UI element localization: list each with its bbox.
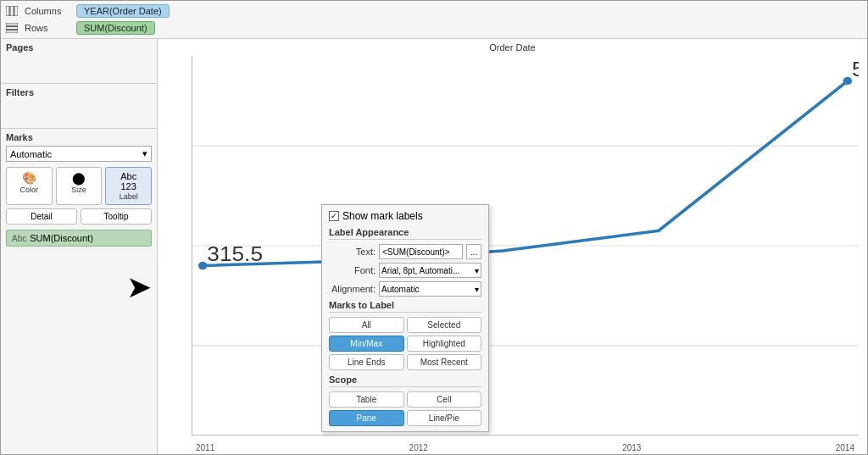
rows-icon: [4, 22, 19, 34]
abc-icon: Abc: [12, 234, 26, 243]
top-bar: Columns YEAR(Order Date) Rows SUM(Discou…: [1, 1, 867, 39]
show-labels-checkbox[interactable]: ✓: [329, 211, 339, 221]
size-label: Size: [71, 186, 86, 194]
show-labels-row: ✓ Show mark labels: [329, 210, 481, 222]
label-appearance-title: Label Appearance: [329, 227, 481, 240]
marks-row2: Detail Tooltip: [6, 208, 152, 225]
line-pie-button[interactable]: Line/Pie: [407, 410, 482, 426]
sidebar: Pages Filters Marks Automatic ▾ 🎨 Color: [1, 39, 158, 454]
minmax-button[interactable]: Min/Max: [329, 336, 404, 352]
x-label-2012: 2012: [409, 443, 428, 452]
label-button[interactable]: Abc123 Label: [105, 167, 152, 205]
svg-point-12: [843, 77, 852, 85]
columns-label: Columns: [25, 6, 71, 16]
label-icon: Abc123: [120, 171, 136, 191]
chart-plot-area: 500 400 315.5 519.4 2011 2: [192, 56, 859, 436]
all-button[interactable]: All: [329, 317, 404, 333]
label-popup: ✓ Show mark labels Label Appearance Text…: [321, 204, 489, 432]
line-ends-button[interactable]: Line Ends: [329, 354, 404, 370]
alignment-select[interactable]: Automatic ▾: [379, 281, 481, 297]
show-labels-text: Show mark labels: [342, 210, 423, 222]
sum-discount-pill[interactable]: Abc SUM(Discount): [6, 230, 152, 247]
marks-section: Marks Automatic ▾ 🎨 Color ⬤ Size Abc1: [1, 129, 157, 454]
alignment-field-label: Alignment:: [329, 284, 376, 294]
detail-button[interactable]: Detail: [6, 208, 77, 225]
chevron-alignment-icon: ▾: [475, 285, 479, 294]
table-button[interactable]: Table: [329, 391, 404, 408]
marks-buttons-row: 🎨 Color ⬤ Size Abc123 Label: [6, 167, 152, 205]
pages-title: Pages: [6, 42, 152, 53]
scope-grid: Table Cell Pane Line/Pie: [329, 391, 481, 426]
columns-shelf: Columns YEAR(Order Date): [4, 3, 864, 19]
font-field-label: Font:: [329, 265, 376, 275]
filters-section: Filters: [1, 84, 157, 129]
scope-title: Scope: [329, 375, 481, 387]
pane-button[interactable]: Pane: [329, 410, 404, 426]
rows-pill[interactable]: SUM(Discount): [76, 21, 155, 35]
font-select[interactable]: Arial, 8pt, Automati... ▾: [379, 263, 481, 278]
text-field-label: Text:: [329, 247, 376, 257]
color-label: Color: [20, 186, 39, 194]
most-recent-button[interactable]: Most Recent: [407, 354, 482, 370]
x-axis: 2011 2012 2013 2014: [192, 443, 859, 452]
main-container: Columns YEAR(Order Date) Rows SUM(Discou…: [0, 0, 868, 455]
marks-to-label-title: Marks to Label: [329, 300, 481, 313]
alignment-field-row: Alignment: Automatic ▾: [329, 281, 481, 297]
size-button[interactable]: ⬤ Size: [56, 167, 103, 205]
chart-area: ✓ Show mark labels Label Appearance Text…: [158, 39, 867, 454]
text-input[interactable]: <SUM(Discount)>: [379, 244, 463, 259]
columns-pill[interactable]: YEAR(Order Date): [76, 4, 170, 18]
svg-text:519.4: 519.4: [852, 58, 859, 80]
rows-shelf: Rows SUM(Discount): [4, 19, 864, 36]
tooltip-button[interactable]: Tooltip: [81, 208, 152, 225]
content-area: Pages Filters Marks Automatic ▾ 🎨 Color: [1, 39, 867, 454]
x-label-2013: 2013: [622, 443, 641, 452]
pages-content: [6, 54, 152, 80]
x-label-2011: 2011: [196, 443, 214, 452]
line-chart-svg: 500 400 315.5 519.4: [192, 56, 859, 436]
columns-icon: [4, 5, 19, 17]
sum-discount-label: SUM(Discount): [30, 233, 93, 243]
scope-section: Scope Table Cell Pane Line/Pie: [329, 375, 481, 426]
arrow-area: ➤: [6, 247, 152, 302]
text-field-row: Text: <SUM(Discount)> ...: [329, 244, 481, 259]
text-edit-button[interactable]: ...: [466, 244, 481, 259]
svg-rect-0: [6, 6, 9, 16]
svg-rect-5: [6, 31, 18, 33]
font-field-row: Font: Arial, 8pt, Automati... ▾: [329, 263, 481, 278]
marks-title: Marks: [6, 132, 152, 142]
svg-text:315.5: 315.5: [207, 242, 263, 264]
label-label: Label: [120, 192, 138, 201]
x-label-2014: 2014: [836, 443, 854, 452]
svg-point-11: [198, 262, 207, 269]
color-button[interactable]: 🎨 Color: [6, 167, 53, 205]
marks-to-label-section: Marks to Label All Selected Min/Max High…: [329, 300, 481, 370]
svg-rect-1: [10, 6, 14, 16]
svg-rect-2: [14, 6, 18, 16]
highlighted-button[interactable]: Highlighted: [407, 336, 482, 352]
rows-label: Rows: [25, 23, 71, 33]
chart-title: Order Date: [158, 39, 867, 53]
chevron-font-icon: ▾: [475, 266, 479, 275]
filters-title: Filters: [6, 87, 152, 97]
marks-type-value: Automatic: [10, 149, 52, 159]
marks-type-dropdown[interactable]: Automatic ▾: [6, 146, 152, 162]
marks-to-label-grid: All Selected Min/Max Highlighted Line En…: [329, 317, 481, 370]
cell-button[interactable]: Cell: [407, 391, 482, 408]
color-icon: 🎨: [22, 171, 36, 185]
size-icon: ⬤: [72, 171, 86, 185]
pages-section: Pages: [1, 39, 157, 84]
selected-button[interactable]: Selected: [407, 317, 482, 333]
chevron-down-icon: ▾: [142, 148, 147, 159]
svg-rect-4: [6, 27, 18, 30]
svg-rect-3: [6, 23, 18, 25]
arrow-icon: ➤: [126, 272, 152, 302]
filters-content: [6, 99, 152, 125]
